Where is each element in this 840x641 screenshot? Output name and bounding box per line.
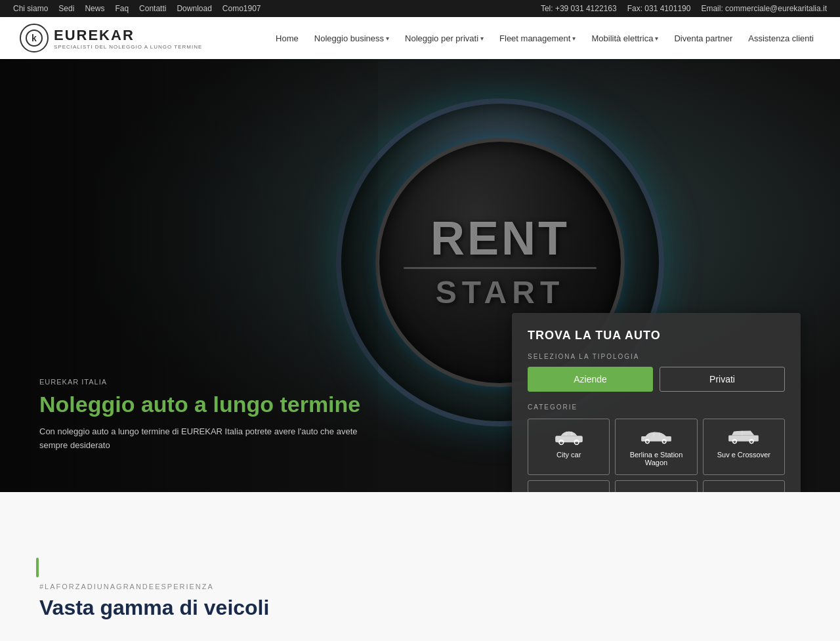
hero-description: Con noleggio auto a lungo termine di EUR… — [39, 425, 368, 453]
city-car-icon — [553, 427, 585, 445]
usato-icon — [727, 489, 760, 492]
mobilita-elettrica-link[interactable]: Mobilità elettrica ▾ — [585, 30, 665, 47]
diventa-partner-link[interactable]: Diventa partner — [667, 30, 739, 47]
categorie-label: CATEGORIE — [528, 403, 785, 411]
categoria-furgoni[interactable]: Furgoni — [528, 480, 610, 492]
download-link[interactable]: Download — [177, 4, 211, 13]
chi-siamo-link[interactable]: Chi siamo — [13, 4, 48, 13]
below-hero: #LAFORZADIUNAGRANDEESPERIENZA Vasta gamm… — [0, 492, 840, 641]
phone: Tel: +39 031 4122163 — [541, 4, 617, 13]
fax: Fax: 031 4101190 — [627, 4, 691, 13]
logo-subtitle: SPECIALISTI DEL NOLEGGIO A LUNGO TERMINE — [54, 44, 202, 50]
noleggio-privati-link[interactable]: Noleggio per privati ▾ — [398, 30, 490, 47]
logo[interactable]: k EUREKAR SPECIALISTI DEL NOLEGGIO A LUN… — [20, 24, 202, 52]
noleggio-business-link[interactable]: Noleggio business ▾ — [308, 30, 396, 47]
start-text: START — [436, 274, 564, 310]
news-link[interactable]: News — [85, 4, 104, 13]
sedi-link[interactable]: Sedi — [58, 4, 74, 13]
fleet-management-dropdown-icon: ▾ — [572, 35, 576, 42]
logo-name: EUREKAR — [54, 27, 202, 44]
categorie-grid: City car Berlina e Station Wagon — [528, 419, 785, 492]
tipologia-buttons: Aziende Privati — [528, 367, 785, 392]
rent-underline — [404, 267, 597, 269]
berlina-label: Berlina e Station Wagon — [621, 451, 691, 466]
svg-text:k: k — [32, 33, 37, 43]
privati-button[interactable]: Privati — [660, 367, 785, 392]
trova-widget: TROVA LA TUA AUTO SELEZIONA LA TIPOLOGIA… — [512, 313, 801, 492]
hero-title: Noleggio auto a lungo termine — [39, 391, 368, 418]
main-nav: k EUREKAR SPECIALISTI DEL NOLEGGIO A LUN… — [0, 17, 840, 59]
side-indicator — [36, 558, 39, 577]
categoria-berlina[interactable]: Berlina e Station Wagon — [615, 419, 697, 475]
assistenza-clienti-link[interactable]: Assistenza clienti — [742, 30, 820, 47]
contatti-link[interactable]: Contatti — [139, 4, 166, 13]
suv-label: Suv e Crossover — [717, 451, 770, 459]
suv-icon — [727, 427, 760, 445]
rent-text: RENT — [430, 215, 570, 262]
seleziona-tipologia-label: SELEZIONA LA TIPOLOGIA — [528, 353, 785, 360]
hero-content: EUREKAR ITALIA Noleggio auto a lungo ter… — [39, 378, 368, 453]
categoria-suv[interactable]: Suv e Crossover — [703, 419, 785, 475]
moto-icon — [640, 489, 673, 492]
trova-title: TROVA LA TUA AUTO — [528, 329, 785, 342]
vasta-section: #LAFORZADIUNAGRANDEESPERIENZA Vasta gamm… — [0, 583, 840, 641]
vasta-title: Vasta gamma di veicoli — [39, 596, 801, 620]
categoria-moto[interactable]: Moto e Scooter — [615, 480, 697, 492]
berlina-icon — [640, 427, 673, 445]
logo-icon: k — [20, 24, 49, 52]
noleggio-privati-dropdown-icon: ▾ — [480, 35, 484, 42]
noleggio-business-dropdown-icon: ▾ — [386, 35, 389, 42]
faq-link[interactable]: Faq — [115, 4, 129, 13]
nav-links: Home Noleggio business ▾ Noleggio per pr… — [269, 30, 820, 47]
top-bar: Chi siamo Sedi News Faq Contatti Downloa… — [0, 0, 840, 17]
vasta-tag: #LAFORZADIUNAGRANDEESPERIENZA — [39, 583, 801, 590]
aziende-button[interactable]: Aziende — [528, 367, 653, 392]
mobilita-elettrica-dropdown-icon: ▾ — [655, 35, 658, 42]
top-bar-contact: Tel: +39 031 4122163 Fax: 031 4101190 Em… — [541, 4, 827, 13]
hero-tag: EUREKAR ITALIA — [39, 378, 368, 386]
categoria-usato[interactable]: Usato — [703, 480, 785, 492]
fleet-management-link[interactable]: Fleet management ▾ — [493, 30, 582, 47]
categoria-city-car[interactable]: City car — [528, 419, 610, 475]
home-link[interactable]: Home — [269, 30, 305, 47]
logo-text: EUREKAR SPECIALISTI DEL NOLEGGIO A LUNGO… — [54, 27, 202, 50]
furgoni-icon — [553, 489, 585, 492]
city-car-label: City car — [556, 451, 581, 459]
top-bar-links: Chi siamo Sedi News Faq Contatti Downloa… — [13, 4, 261, 13]
como1907-link[interactable]: Como1907 — [222, 4, 261, 13]
email: Email: commerciale@eurekaritalia.it — [701, 4, 827, 13]
hero-section: RENT START EUREKAR ITALIA Noleggio auto … — [0, 59, 840, 492]
